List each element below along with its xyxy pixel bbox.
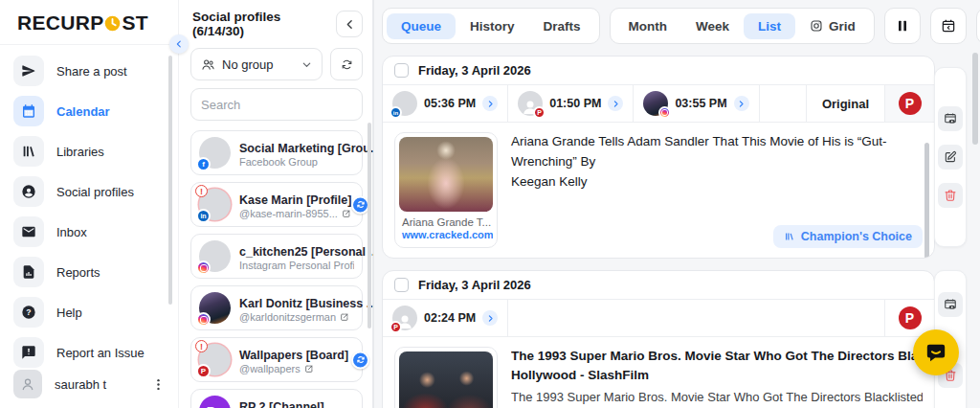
library-bars-icon bbox=[784, 231, 795, 242]
card-actions-rail-1 bbox=[934, 67, 967, 247]
profile-item-youtube-channel[interactable]: Rp RP 2 [Channel] @rp-jm7kw bbox=[190, 389, 363, 408]
chevron-right-icon[interactable] bbox=[482, 310, 498, 326]
send-icon bbox=[13, 56, 44, 86]
logo-clock-icon bbox=[104, 15, 121, 32]
slot-linkedin-0536pm[interactable]: in 05:36 PM bbox=[383, 85, 508, 122]
card-checkbox[interactable] bbox=[394, 278, 409, 292]
tab-drafts[interactable]: Drafts bbox=[529, 13, 595, 39]
sidebar-item-label: Inbox bbox=[56, 225, 87, 239]
sidebar-item-share-a-post[interactable]: Share a post bbox=[0, 51, 178, 91]
sidebar-item-libraries[interactable]: Libraries bbox=[0, 131, 178, 171]
library-badge[interactable]: Champion's Choice bbox=[773, 225, 923, 248]
pinterest-icon: P bbox=[533, 106, 546, 119]
jump-to-date-button[interactable] bbox=[930, 8, 967, 44]
sidebar-item-label: Reports bbox=[56, 265, 100, 280]
person-icon bbox=[13, 176, 44, 207]
edit-post-button[interactable] bbox=[938, 145, 963, 170]
sidebar-item-label: Share a post bbox=[56, 64, 127, 79]
slot-pinterest-0224pm[interactable]: P 02:24 PM bbox=[383, 300, 508, 336]
chevron-down-icon bbox=[301, 59, 312, 70]
profile-avatar: ! P bbox=[199, 344, 231, 375]
profile-avatar bbox=[199, 240, 231, 272]
profiles-scrollbar[interactable] bbox=[368, 123, 371, 329]
instagram-icon bbox=[196, 312, 211, 327]
tab-history[interactable]: History bbox=[456, 13, 529, 39]
tab-month[interactable]: Month bbox=[614, 13, 681, 39]
sidebar-item-social-profiles[interactable]: Social profiles bbox=[0, 171, 178, 212]
link-preview-card[interactable]: The 1993 Super... bbox=[394, 347, 498, 408]
chevron-right-icon[interactable] bbox=[608, 96, 623, 111]
profile-item-pinterest-board[interactable]: ! P Wallpapers [Board] @wallpapers bbox=[190, 337, 363, 382]
slot-time: 02:24 PM bbox=[424, 311, 476, 325]
kebab-menu-icon[interactable] bbox=[149, 374, 167, 395]
filters-button[interactable] bbox=[976, 8, 980, 44]
queue-card-2: Friday, 3 April 2026 P 02:24 PM P bbox=[382, 270, 935, 408]
profile-search bbox=[190, 88, 363, 121]
pause-schedule-button[interactable] bbox=[884, 8, 921, 44]
profile-avatar: f bbox=[199, 137, 231, 169]
sidebar-item-inbox[interactable]: Inbox bbox=[0, 212, 178, 252]
sidebar-scrollbar[interactable] bbox=[168, 56, 172, 305]
edit-icon bbox=[944, 150, 957, 164]
queue-list: Friday, 3 April 2026 in 05:36 PM bbox=[374, 50, 980, 408]
user-menu[interactable]: saurabh t bbox=[0, 364, 178, 404]
slot-instagram-0355pm[interactable]: 03:55 PM bbox=[634, 85, 759, 122]
slot-avatar: P bbox=[518, 91, 543, 116]
profile-avatar: ! in bbox=[199, 189, 231, 220]
card-checkbox[interactable] bbox=[394, 63, 409, 78]
tab-queue[interactable]: Queue bbox=[387, 13, 456, 39]
profile-subtitle: Facebook Group bbox=[239, 156, 318, 168]
tab-list[interactable]: List bbox=[744, 13, 795, 39]
card-date: Friday, 3 April 2026 bbox=[418, 63, 531, 78]
chat-bubble-icon bbox=[925, 342, 947, 363]
sidebar-item-calendar[interactable]: Calendar bbox=[0, 91, 178, 131]
profile-item-instagram-business[interactable]: Karl Donitz [Business ... @karldonitzsge… bbox=[190, 285, 363, 330]
thumbnail-source-link[interactable]: www.cracked.com bbox=[399, 229, 493, 243]
user-name: saurabh t bbox=[55, 377, 137, 392]
profile-subtitle: @karldonitzsgerman bbox=[239, 311, 336, 323]
page-scrollbar[interactable] bbox=[972, 53, 978, 145]
refresh-profiles-button[interactable] bbox=[330, 48, 363, 80]
chevron-right-icon[interactable] bbox=[734, 96, 749, 111]
group-filter-dropdown[interactable]: No group bbox=[190, 48, 323, 80]
sidebar-collapse-button[interactable] bbox=[169, 34, 189, 54]
reschedule-preview-button[interactable] bbox=[938, 292, 963, 317]
linkedin-icon: in bbox=[196, 209, 211, 223]
group-filter-value: No group bbox=[222, 57, 295, 72]
sidebar-item-reports[interactable]: Reports bbox=[0, 252, 178, 292]
slot-tabs: in 05:36 PM P 01:50 PM bbox=[383, 85, 934, 123]
instagram-icon bbox=[196, 261, 211, 275]
delete-post-button[interactable] bbox=[938, 183, 963, 208]
panel-collapse-button[interactable] bbox=[336, 11, 363, 37]
profile-name: RP 2 [Channel] bbox=[239, 400, 324, 408]
profile-item-linkedin-profile[interactable]: ! in Kase Marin [Profile] @kase-marin-89… bbox=[190, 182, 363, 227]
profile-search-input[interactable] bbox=[201, 98, 369, 112]
slot-pinterest-0150pm[interactable]: P 01:50 PM bbox=[508, 85, 634, 122]
profile-item-instagram-personal[interactable]: c_kitchen25 [Personal ... Instagram Pers… bbox=[190, 234, 363, 279]
post-title: The 1993 Super Mario Bros. Movie Star Wh… bbox=[511, 347, 923, 386]
recurpost-app: RECURPST Share a post Calendar Libraries… bbox=[0, 0, 980, 408]
avatar-initials: Rp bbox=[199, 396, 231, 408]
reschedule-preview-button[interactable] bbox=[938, 106, 963, 131]
profile-name: Social Marketing [Grou... bbox=[239, 142, 380, 155]
profile-avatar bbox=[199, 292, 231, 324]
profile-avatar: Rp bbox=[199, 396, 231, 408]
tab-pinterest-preview[interactable]: P bbox=[884, 85, 934, 122]
tab-grid[interactable]: Grid bbox=[795, 13, 870, 39]
profile-subtitle: @wallpapers bbox=[239, 363, 301, 374]
view-tab-group: Month Week List Grid bbox=[610, 8, 875, 44]
grid-icon bbox=[810, 19, 823, 33]
chat-widget-button[interactable] bbox=[913, 329, 959, 375]
link-preview-card[interactable]: Ariana Grande T... www.cracked.com bbox=[394, 132, 498, 248]
tab-week[interactable]: Week bbox=[681, 13, 744, 39]
chevron-right-icon[interactable] bbox=[482, 96, 498, 111]
profile-name: c_kitchen25 [Personal ... bbox=[239, 245, 379, 259]
sidebar-item-help[interactable]: Help bbox=[0, 292, 178, 332]
profile-item-facebook-group[interactable]: f Social Marketing [Grou... Facebook Gro… bbox=[190, 130, 363, 175]
tab-original-preview[interactable]: Original bbox=[806, 85, 884, 122]
post-thumbnail-image bbox=[399, 351, 493, 408]
error-badge-icon: ! bbox=[195, 185, 208, 197]
sidebar-nav: Share a post Calendar Libraries Social p… bbox=[0, 45, 178, 373]
card-scrollbar[interactable] bbox=[924, 143, 929, 259]
profiles-panel-title: Social profiles (6/14/30) bbox=[192, 10, 336, 38]
